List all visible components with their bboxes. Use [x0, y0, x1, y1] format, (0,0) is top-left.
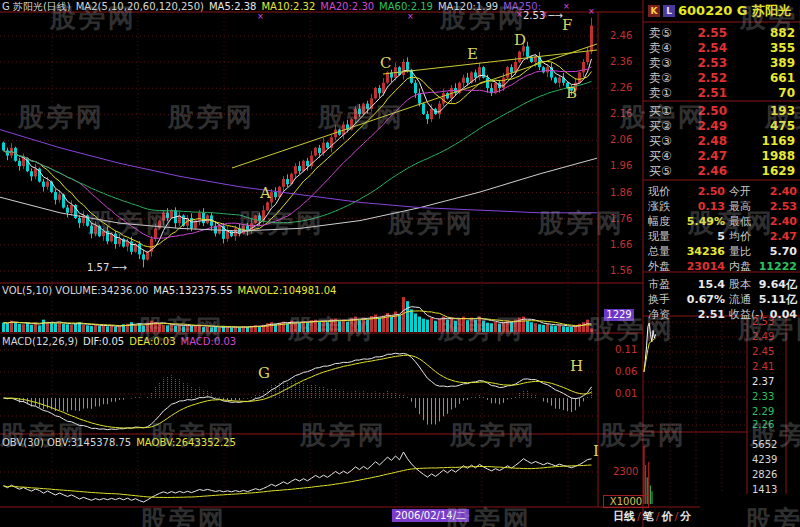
current-volume-badge: 1229 [604, 309, 634, 321]
candle-body [154, 228, 157, 238]
volume-bar [562, 326, 565, 332]
letter-annotation-I: I [593, 444, 599, 459]
candle-body [166, 213, 169, 218]
candle-body [266, 202, 269, 210]
price-axis-label: 2.36 [610, 57, 632, 67]
info-label: 最低 [729, 214, 751, 229]
candle-body [586, 52, 589, 62]
quote-info-row: 现量5均价2.47 [643, 229, 800, 244]
volume-bar [326, 322, 329, 332]
tab-3[interactable]: 分 [678, 510, 693, 523]
candle-body [554, 78, 557, 83]
sell-row[interactable]: 卖④2.54355 [643, 41, 800, 56]
volume-bar [54, 323, 57, 332]
letter-annotation-A: A [260, 186, 271, 201]
header-segment: MA60:2.19 [379, 1, 433, 12]
volume-bar [534, 323, 537, 332]
main-chart-header: G 苏阳光(日线)MA2(5,10,20,60,120,250)MA5:2.38… [2, 1, 546, 12]
sell-label: 卖② [649, 71, 672, 86]
candle-body [226, 231, 229, 239]
intraday-vol-label: 4239 [752, 455, 777, 465]
buy-row[interactable]: 买②2.49475 [643, 119, 800, 134]
volume-bar [582, 322, 585, 332]
intraday-price-label: 2.45 [752, 347, 774, 357]
info-label: 均价 [729, 229, 751, 244]
volume-bar [50, 322, 53, 332]
info-label: 市盈 [648, 277, 670, 292]
volume-bar [58, 323, 61, 332]
quote-info-row: 外盘23014内盘11222 [643, 259, 800, 274]
maobv-line [4, 465, 592, 498]
volume-bar [574, 326, 577, 332]
candle-body [326, 143, 329, 148]
buy-row[interactable]: 买③2.481169 [643, 134, 800, 149]
sell-price: 2.53 [679, 56, 727, 71]
event-marker-icon: × [588, 8, 595, 16]
header-segment: MA2(5,10,20,60,120,250) [76, 1, 204, 12]
info-label: 净资 [648, 307, 670, 322]
candle-body [526, 46, 529, 56]
buy-price: 2.48 [679, 134, 727, 149]
header-segment: MA10:2.32 [261, 1, 315, 12]
sell-price: 2.52 [679, 71, 727, 86]
volume-bar [426, 320, 429, 332]
volume-bar [70, 325, 73, 332]
candle-body [426, 114, 429, 119]
intraday-price-label: 2.49 [752, 332, 774, 342]
info-label: 今开 [729, 184, 751, 199]
sell-volume: 661 [770, 71, 795, 86]
sell-row[interactable]: 卖②2.52661 [643, 71, 800, 86]
volume-bar [26, 323, 29, 332]
sell-row[interactable]: 卖⑤2.55882 [643, 26, 800, 41]
volume-bar [418, 317, 421, 332]
sell-row[interactable]: 卖①2.5170 [643, 86, 800, 101]
info-value: 23014 [671, 259, 725, 274]
level-icon[interactable]: L [663, 5, 675, 17]
volume-bar [218, 328, 221, 332]
volume-bar [118, 326, 121, 332]
volume-bar [398, 315, 401, 332]
candle-body [34, 169, 37, 177]
ma20-line [4, 67, 592, 239]
buy-label: 买① [649, 104, 672, 119]
event-marker-icon: × [516, 11, 523, 19]
tab-2[interactable]: 价 [659, 510, 674, 523]
quote-info-row: 净资2.51收益(-)0.04 [643, 307, 800, 322]
info-value: 5 [671, 229, 725, 244]
buy-row[interactable]: 买⑤2.461629 [643, 164, 800, 179]
sell-row[interactable]: 卖③2.53389 [643, 56, 800, 71]
obv-line [4, 452, 592, 502]
dea-line [4, 355, 592, 428]
volume-bar [482, 321, 485, 332]
candle-body [430, 109, 433, 119]
volume-bar [186, 326, 189, 332]
volume-bar [114, 327, 117, 332]
candle-body [466, 78, 469, 83]
candle-body [306, 161, 309, 166]
volume-bar [82, 325, 85, 332]
price-axis-label: 1.86 [610, 188, 632, 198]
buy-volume: 475 [770, 119, 795, 134]
info-icon[interactable]: K [648, 5, 660, 17]
candle-body [58, 195, 61, 200]
sell-label: 卖⑤ [649, 26, 672, 41]
intraday-vol-label: 2826 [752, 470, 777, 480]
candle-body [558, 78, 561, 83]
info-label: 换手 [648, 292, 670, 307]
buy-volume: 1169 [762, 134, 795, 149]
volume-bar [202, 327, 205, 332]
volume-bar [466, 320, 469, 332]
letter-annotation-F: F [562, 18, 572, 33]
volume-bar [18, 324, 21, 332]
volume-bar [42, 320, 45, 332]
volume-bar [74, 323, 77, 332]
tab-daily[interactable]: 日线 [611, 510, 637, 523]
volume-bar [338, 321, 341, 332]
letter-annotation-G: G [258, 366, 270, 381]
tab-1[interactable]: 笔 [641, 510, 656, 523]
candle-body [510, 67, 513, 72]
volume-bar [214, 327, 217, 332]
candle-body [2, 143, 5, 151]
buy-row[interactable]: 买④2.471988 [643, 149, 800, 164]
buy-row[interactable]: 买①2.50193 [643, 104, 800, 119]
